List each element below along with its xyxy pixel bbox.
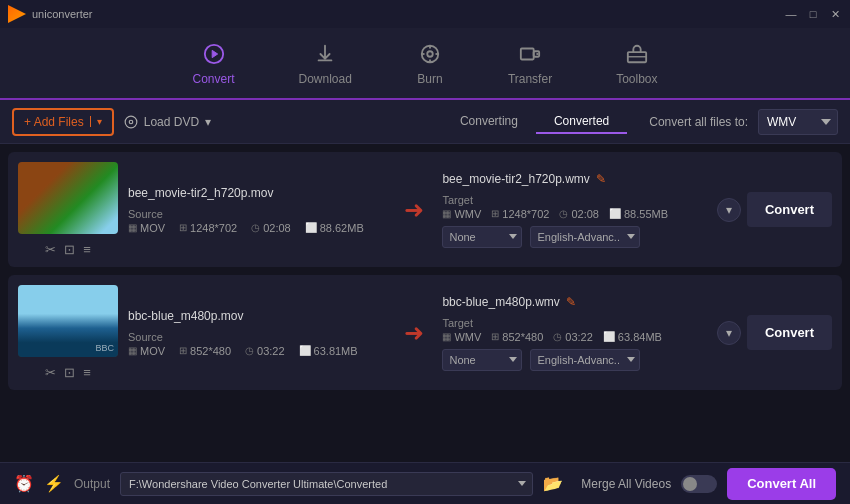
tab-converted[interactable]: Converted	[536, 110, 627, 134]
svg-point-14	[129, 120, 133, 124]
clock-icon-1: ◷	[251, 222, 260, 233]
dropdown-row-2: None English-Advanc...	[442, 349, 700, 371]
audio-select-2[interactable]: English-Advanc...	[530, 349, 640, 371]
output-path-select[interactable]: F:\Wondershare Video Converter Ultimate\…	[120, 472, 533, 496]
load-dvd-arrow: ▾	[205, 115, 211, 129]
toolbar: + Add Files ▾ Load DVD ▾ Converting Conv…	[0, 100, 850, 144]
t-clock-icon-1: ◷	[559, 208, 568, 219]
menu-icon-2[interactable]: ≡	[83, 365, 91, 380]
format-icon-2: ▦	[128, 345, 137, 356]
t-clock-icon-2: ◷	[553, 331, 562, 342]
title-bar-controls: — □ ✕	[784, 7, 842, 21]
app-logo	[8, 5, 26, 23]
source-format-1: ▦ MOV	[128, 222, 165, 234]
convert-button-1[interactable]: Convert	[747, 192, 832, 227]
res-icon-1: ⊞	[179, 222, 187, 233]
subtitle-select-2[interactable]: None	[442, 349, 522, 371]
alarm-icon[interactable]: ⏰	[14, 474, 34, 493]
subtitle-select-1[interactable]: None	[442, 226, 522, 248]
nav-bar: Convert Download Burn	[0, 28, 850, 100]
convert-all-button[interactable]: Convert All	[727, 468, 836, 500]
menu-icon[interactable]: ≡	[83, 242, 91, 257]
settings-button-2[interactable]: ▾	[717, 321, 741, 345]
close-button[interactable]: ✕	[828, 7, 842, 21]
nav-transfer[interactable]: Transfer	[496, 32, 564, 94]
edit-icon-1[interactable]: ✎	[596, 172, 606, 186]
file-info-1: bee_movie-tir2_h720p.mov Source ▦ MOV ⊞ …	[128, 186, 386, 234]
target-format-2: ▦ WMV	[442, 331, 481, 343]
file-name-1: bee_movie-tir2_h720p.mov	[128, 186, 386, 200]
scissors-icon-2[interactable]: ✂	[45, 365, 56, 380]
audio-select-1[interactable]: English-Advanc...	[530, 226, 640, 248]
target-info-2: bbc-blue_m480p.wmv ✎ Target ▦ WMV ⊞ 852*…	[442, 295, 700, 371]
t-file-icon-2: ⬜	[603, 331, 615, 342]
merge-label: Merge All Videos	[581, 477, 671, 491]
add-files-button[interactable]: + Add Files ▾	[12, 108, 114, 136]
target-name-row-2: bbc-blue_m480p.wmv ✎	[442, 295, 700, 309]
list-item: ✂ ⊡ ≡ bee_movie-tir2_h720p.mov Source ▦ …	[8, 152, 842, 267]
minimize-button[interactable]: —	[784, 7, 798, 21]
thumb-tools-1: ✂ ⊡ ≡	[45, 242, 91, 257]
file-icon-1: ⬜	[305, 222, 317, 233]
output-label: Output	[74, 477, 110, 491]
source-meta-1: ▦ MOV ⊞ 1248*702 ◷ 02:08 ⬜ 88.62MB	[128, 222, 386, 234]
convert-all-label: Convert all files to:	[649, 115, 748, 129]
target-meta-2: ▦ WMV ⊞ 852*480 ◷ 03:22 ⬜ 63.84MB	[442, 331, 700, 343]
source-duration-2: ◷ 03:22	[245, 345, 285, 357]
nav-download[interactable]: Download	[287, 32, 364, 94]
thumb-tools-2: ✂ ⊡ ≡	[45, 365, 91, 380]
tab-converting[interactable]: Converting	[442, 110, 536, 134]
source-format-2: ▦ MOV	[128, 345, 165, 357]
source-resolution-2: ⊞ 852*480	[179, 345, 231, 357]
add-files-dropdown-arrow[interactable]: ▾	[90, 116, 102, 127]
target-label-1: Target	[442, 194, 700, 206]
convert-icon	[200, 40, 228, 68]
crop-icon-2[interactable]: ⊡	[64, 365, 75, 380]
nav-burn[interactable]: Burn	[404, 32, 456, 94]
t-res-icon-2: ⊞	[491, 331, 499, 342]
source-meta-2: ▦ MOV ⊞ 852*480 ◷ 03:22 ⬜ 63.81MB	[128, 345, 386, 357]
thumbnail-2	[18, 285, 118, 357]
target-format-1: ▦ WMV	[442, 208, 481, 220]
source-label-2: Source	[128, 331, 386, 343]
target-meta-1: ▦ WMV ⊞ 1248*702 ◷ 02:08 ⬜ 88.55MB	[442, 208, 700, 220]
crop-icon[interactable]: ⊡	[64, 242, 75, 257]
edit-icon-2[interactable]: ✎	[566, 295, 576, 309]
burn-icon	[416, 40, 444, 68]
convert-button-2[interactable]: Convert	[747, 315, 832, 350]
nav-convert[interactable]: Convert	[180, 32, 246, 94]
scissors-icon[interactable]: ✂	[45, 242, 56, 257]
arrow-right-icon-2: ➜	[404, 319, 424, 347]
svg-marker-1	[212, 50, 218, 57]
merge-toggle[interactable]	[681, 475, 717, 493]
target-resolution-2: ⊞ 852*480	[491, 331, 543, 343]
svg-point-13	[125, 116, 137, 128]
target-size-2: ⬜ 63.84MB	[603, 331, 662, 343]
maximize-button[interactable]: □	[806, 7, 820, 21]
folder-icon[interactable]: 📂	[543, 474, 563, 493]
settings-button-1[interactable]: ▾	[717, 198, 741, 222]
format-select[interactable]: WMV MP4 AVI MKV MOV	[758, 109, 838, 135]
source-size-2: ⬜ 63.81MB	[299, 345, 358, 357]
target-label-2: Target	[442, 317, 700, 329]
dvd-icon	[124, 115, 138, 129]
app-name: uniconverter	[32, 8, 93, 20]
list-item: ✂ ⊡ ≡ bbc-blue_m480p.mov Source ▦ MOV ⊞ …	[8, 275, 842, 390]
source-resolution-1: ⊞ 1248*702	[179, 222, 237, 234]
file-icon-2: ⬜	[299, 345, 311, 356]
t-format-icon-2: ▦	[442, 331, 451, 342]
bolt-icon[interactable]: ⚡	[44, 474, 64, 493]
format-icon-1: ▦	[128, 222, 137, 233]
tab-group: Converting Converted	[442, 110, 627, 134]
target-name-row-1: bee_movie-tir2_h720p.wmv ✎	[442, 172, 700, 186]
source-size-1: ⬜ 88.62MB	[305, 222, 364, 234]
target-duration-2: ◷ 03:22	[553, 331, 593, 343]
toolbox-icon	[623, 40, 651, 68]
source-duration-1: ◷ 02:08	[251, 222, 291, 234]
load-dvd-button[interactable]: Load DVD ▾	[124, 108, 211, 136]
t-file-icon-1: ⬜	[609, 208, 621, 219]
nav-toolbox[interactable]: Toolbox	[604, 32, 669, 94]
svg-rect-8	[521, 49, 534, 60]
bottom-bar: ⏰ ⚡ Output F:\Wondershare Video Converte…	[0, 462, 850, 504]
target-resolution-1: ⊞ 1248*702	[491, 208, 549, 220]
